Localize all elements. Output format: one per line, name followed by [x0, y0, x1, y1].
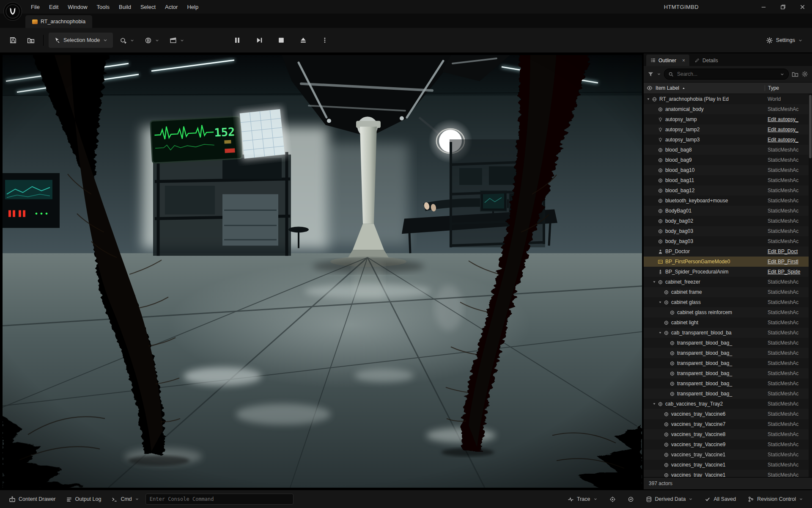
row-type-edit-link[interactable]: Edit autopsy_: [765, 116, 812, 122]
outliner-row[interactable]: autopsy_lamp2Edit autopsy_: [644, 124, 812, 135]
row-type-edit-link[interactable]: Edit BP_Firstl: [765, 259, 812, 265]
outliner-row[interactable]: transparent_blood_bag_StaticMeshAc: [644, 389, 812, 399]
outliner-row[interactable]: BP_FirstPersonGameMode0Edit BP_Firstl: [644, 257, 812, 267]
outliner-row[interactable]: transparent_blood_bag_StaticMeshAc: [644, 358, 812, 368]
level-tab[interactable]: RT_arachnophobia: [25, 15, 92, 28]
row-expander-icon[interactable]: [646, 97, 652, 101]
menu-file[interactable]: File: [26, 1, 44, 13]
menu-build[interactable]: Build: [114, 1, 136, 13]
stop-button[interactable]: [274, 33, 288, 48]
selection-mode-dropdown[interactable]: Selection Mode: [49, 33, 113, 48]
output-log-button[interactable]: Output Log: [62, 493, 105, 505]
console-command-input[interactable]: [145, 494, 294, 505]
outliner-row[interactable]: cabinet glass reinforcemStaticMeshAc: [644, 307, 812, 318]
derived-data-dropdown[interactable]: Derived Data: [642, 493, 697, 505]
outliner-row[interactable]: body_bag03StaticMeshAc: [644, 226, 812, 236]
outliner-row[interactable]: body_bag02StaticMeshAc: [644, 216, 812, 226]
type-column-header[interactable]: Type: [765, 85, 812, 91]
filter-icon[interactable]: [647, 71, 654, 77]
outliner-row[interactable]: vaccines_tray_Vaccine1StaticMeshAc: [644, 470, 812, 477]
outliner-row[interactable]: cabinet lightStaticMeshAc: [644, 318, 812, 328]
row-type-edit-link[interactable]: Edit autopsy_: [765, 127, 812, 133]
trace-dropdown[interactable]: Trace: [564, 493, 601, 505]
quick-add-dropdown[interactable]: [116, 33, 138, 48]
frame-skip-button[interactable]: [252, 33, 266, 48]
chevron-down-icon[interactable]: [780, 72, 785, 77]
outliner-settings-icon[interactable]: [801, 71, 808, 77]
outliner-row[interactable]: blood_bag11StaticMeshAc: [644, 175, 812, 185]
browse-content-button[interactable]: [24, 33, 38, 48]
outliner-row[interactable]: BodyBag01StaticMeshAc: [644, 206, 812, 216]
outliner-row[interactable]: blood_bag10StaticMeshAc: [644, 165, 812, 175]
outliner-scrollbar[interactable]: [809, 94, 812, 477]
outliner-row[interactable]: vaccines_tray_Vaccine1StaticMeshAc: [644, 450, 812, 460]
row-expander-icon[interactable]: [652, 280, 658, 284]
menu-window[interactable]: Window: [63, 1, 92, 13]
scrollbar-thumb[interactable]: [809, 95, 812, 158]
blueprints-dropdown[interactable]: [141, 33, 163, 48]
outliner-row[interactable]: cabinet frameStaticMeshAc: [644, 287, 812, 297]
outliner-row[interactable]: BP_DoctorEdit BP_Doct: [644, 246, 812, 257]
menu-tools[interactable]: Tools: [92, 1, 114, 13]
outliner-row[interactable]: RT_arachnophobia (Play In EdWorld: [644, 94, 812, 104]
outliner-row[interactable]: vaccines_tray_Vaccine9StaticMeshAc: [644, 439, 812, 450]
folder-plus-icon[interactable]: [792, 71, 798, 77]
eject-button[interactable]: [296, 33, 310, 48]
outliner-row[interactable]: blood_bag12StaticMeshAc: [644, 185, 812, 196]
menu-edit[interactable]: Edit: [44, 1, 63, 13]
outliner-row[interactable]: autopsy_lamp3Edit autopsy_: [644, 135, 812, 145]
mesh-icon: [658, 218, 665, 224]
content-drawer-button[interactable]: Content Drawer: [5, 493, 60, 505]
tab-outliner[interactable]: Outliner ×: [646, 55, 689, 66]
outliner-row[interactable]: anatomical_bodyStaticMeshAc: [644, 104, 812, 114]
outliner-row[interactable]: cabinet glassStaticMeshAc: [644, 297, 812, 307]
cinematics-dropdown[interactable]: [166, 33, 188, 48]
outliner-row[interactable]: bluetooth_keyboard+mouseStaticMeshAc: [644, 196, 812, 206]
cmd-dropdown[interactable]: Cmd: [107, 493, 143, 505]
save-button[interactable]: [6, 33, 20, 48]
close-button[interactable]: [793, 0, 812, 14]
visibility-column-eye-icon[interactable]: [644, 85, 656, 91]
revision-control-dropdown[interactable]: Revision Control: [744, 493, 807, 505]
outliner-row[interactable]: transparent_blood_bag_StaticMeshAc: [644, 338, 812, 348]
play-options-menu[interactable]: [318, 33, 332, 48]
outliner-row[interactable]: blood_bag9StaticMeshAc: [644, 155, 812, 165]
outliner-row[interactable]: cab_transparent_blood_baStaticMeshAc: [644, 328, 812, 338]
restore-button[interactable]: [773, 0, 793, 14]
insights-button[interactable]: [624, 493, 638, 505]
outliner-row[interactable]: BP_Spider_ProceduralAnimEdit BP_Spide: [644, 267, 812, 277]
outliner-row[interactable]: cabinet_freezerStaticMeshAc: [644, 277, 812, 287]
game-viewport[interactable]: 152: [3, 55, 642, 488]
chevron-down-icon[interactable]: [657, 72, 661, 76]
row-expander-icon[interactable]: [652, 402, 658, 406]
outliner-row[interactable]: vaccines_tray_Vaccine1StaticMeshAc: [644, 460, 812, 470]
pause-button[interactable]: [230, 33, 244, 48]
outliner-row[interactable]: vaccines_tray_Vaccine7StaticMeshAc: [644, 419, 812, 429]
outliner-row[interactable]: blood_bag8StaticMeshAc: [644, 145, 812, 155]
outliner-row[interactable]: autopsy_lampEdit autopsy_: [644, 114, 812, 124]
row-expander-icon[interactable]: [658, 331, 664, 335]
outliner-row[interactable]: transparent_blood_bag_StaticMeshAc: [644, 368, 812, 378]
outliner-row[interactable]: body_bag03StaticMeshAc: [644, 236, 812, 246]
outliner-row[interactable]: vaccines_tray_Vaccine8StaticMeshAc: [644, 429, 812, 439]
settings-dropdown[interactable]: Settings: [763, 33, 806, 48]
menu-actor[interactable]: Actor: [160, 1, 182, 13]
close-tab-icon[interactable]: ×: [682, 58, 685, 64]
tab-details[interactable]: Details: [690, 55, 722, 66]
all-saved-indicator[interactable]: All Saved: [701, 493, 740, 505]
row-expander-icon[interactable]: [658, 300, 664, 304]
menu-help[interactable]: Help: [182, 1, 203, 13]
unreal-logo-icon[interactable]: [3, 2, 22, 21]
item-label-column-header[interactable]: Item Label: [656, 85, 765, 91]
target-button[interactable]: [606, 493, 620, 505]
search-input[interactable]: [676, 71, 777, 77]
outliner-row[interactable]: transparent_blood_bag_StaticMeshAc: [644, 348, 812, 358]
outliner-row[interactable]: cab_vaccines_tray_Tray2StaticMeshAc: [644, 399, 812, 409]
row-type-edit-link[interactable]: Edit BP_Doct: [765, 248, 812, 254]
minimize-button[interactable]: [754, 0, 773, 14]
outliner-row[interactable]: vaccines_tray_Vaccine6StaticMeshAc: [644, 409, 812, 419]
row-type-edit-link[interactable]: Edit autopsy_: [765, 137, 812, 143]
menu-select[interactable]: Select: [136, 1, 160, 13]
outliner-row[interactable]: transparent_blood_bag_StaticMeshAc: [644, 378, 812, 389]
row-type-edit-link[interactable]: Edit BP_Spide: [765, 269, 812, 275]
